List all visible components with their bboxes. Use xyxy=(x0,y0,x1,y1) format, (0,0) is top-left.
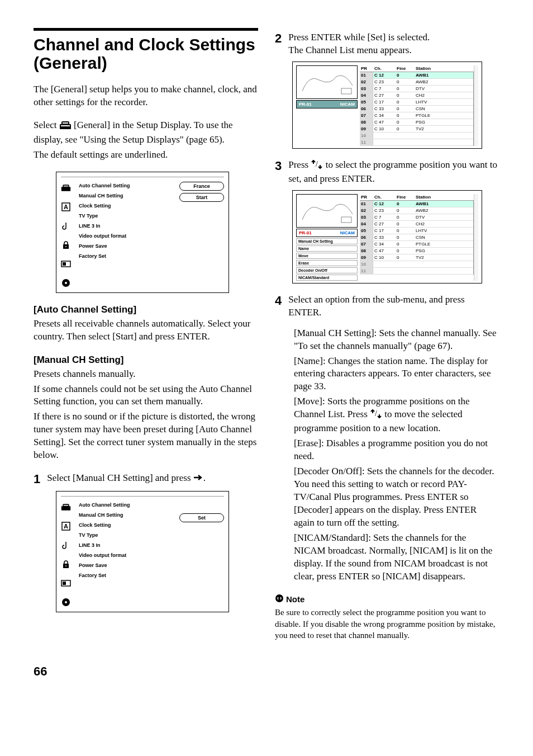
step-number: 3 xyxy=(275,160,282,172)
intro-paragraph-2: Select [General] in the Setup Display. T… xyxy=(34,119,258,147)
menu-item: Video output format xyxy=(79,550,179,560)
table-row: 06C 330CSN xyxy=(360,234,473,241)
submenu-item: NICAM/Standard xyxy=(296,275,358,281)
language-icon: A xyxy=(61,202,71,212)
step-3: Press / to select the programme position… xyxy=(288,159,499,186)
screen-icon xyxy=(61,578,71,588)
table-header: PR Ch. Fine Station xyxy=(360,194,474,201)
menu-item: TV Type xyxy=(79,211,179,221)
page-number: 66 xyxy=(34,664,499,679)
right-arrow-icon xyxy=(193,472,203,485)
menu-item: Video output format xyxy=(79,231,179,241)
lock-icon xyxy=(61,240,71,250)
toolbox-icon xyxy=(61,502,71,512)
table-row: 01C 120AWB1 xyxy=(360,201,473,207)
table-row: 03C 70DTV xyxy=(360,86,473,92)
menu-item: Auto Channel Setting xyxy=(79,181,179,191)
manual-p2: If some channels could not be set using … xyxy=(34,383,258,409)
menu-item: Manual CH Setting xyxy=(79,191,179,201)
menu-item: LINE 3 In xyxy=(79,540,179,550)
svg-point-12 xyxy=(65,282,67,284)
svg-text:/: / xyxy=(316,160,318,168)
menu-item: Manual CH Setting xyxy=(79,510,179,520)
menu-item: Clock Setting xyxy=(79,201,179,211)
step-4: Select an option from the sub-menu, and … xyxy=(288,294,499,319)
scrollbar xyxy=(474,194,478,281)
manual-p1: Presets channels manually. xyxy=(34,368,258,381)
svg-rect-3 xyxy=(61,187,70,191)
page-title: Channel and Clock Settings (General) xyxy=(34,35,258,72)
menu-item: Power Save xyxy=(79,241,179,251)
svg-point-18 xyxy=(65,565,66,566)
menu-item: Factory Set xyxy=(79,570,179,580)
menu-item: Factory Set xyxy=(79,251,179,261)
svg-rect-4 xyxy=(63,185,69,187)
note-icon xyxy=(61,221,71,231)
setup-menu-1: A Auto Channel Setting Manual CH Setting… xyxy=(56,172,229,293)
svg-point-27 xyxy=(275,594,283,602)
scrollbar xyxy=(474,65,478,146)
svg-rect-25 xyxy=(341,217,351,223)
option-move: [Move]: Sorts the programme positions on… xyxy=(294,395,499,435)
set-button: Set xyxy=(179,513,224,522)
channel-list-1: PR-01NICAM PR Ch. Fine Station 01C 120AW… xyxy=(292,62,482,149)
start-button: Start xyxy=(179,193,224,202)
table-row: 08C 470PSG xyxy=(360,119,473,126)
svg-rect-0 xyxy=(60,124,71,129)
table-row: 02C 230AWB2 xyxy=(360,207,473,214)
menu-item: Power Save xyxy=(79,560,179,570)
svg-rect-2 xyxy=(61,125,70,126)
disc-icon xyxy=(61,278,71,288)
submenu-item: Move xyxy=(296,253,358,259)
option-name: [Name]: Changes the station name. The di… xyxy=(294,355,499,394)
option-decoder: [Decoder On/Off]: Sets the channels for … xyxy=(294,465,499,530)
menu-item: Auto Channel Setting xyxy=(79,500,179,510)
subheading-manual: [Manual CH Setting] xyxy=(34,355,258,366)
note-heading: Note xyxy=(275,594,499,604)
toolbox-icon xyxy=(59,121,72,134)
preview-thumb xyxy=(296,65,358,99)
note-icon xyxy=(275,594,284,604)
table-row: 11 xyxy=(360,139,473,146)
step-2: Press ENTER while [Set] is selected. The… xyxy=(288,31,499,57)
note-icon xyxy=(61,540,71,550)
table-row: 10 xyxy=(360,261,473,268)
disc-icon xyxy=(61,597,71,607)
up-down-arrow-icon: / xyxy=(370,409,382,422)
table-row: 08C 470PSG xyxy=(360,248,473,254)
option-manual: [Manual CH Setting]: Sets the channel ma… xyxy=(294,327,499,353)
pr-label: PR-01NICAM xyxy=(296,229,358,237)
table-row: 09C 100TV2 xyxy=(360,254,473,261)
table-row: 07C 340PTGLE xyxy=(360,241,473,248)
language-icon: A xyxy=(61,521,71,531)
toolbox-icon xyxy=(61,183,71,193)
svg-rect-23 xyxy=(341,88,351,94)
preview-thumb xyxy=(296,194,358,228)
intro-paragraph: The [General] setup helps you to make ch… xyxy=(34,83,258,109)
submenu-item: Decoder On/Off xyxy=(296,267,358,273)
option-nicam: [NICAM/Standard]: Sets the channels for … xyxy=(294,532,499,583)
pr-label: PR-01NICAM xyxy=(296,100,358,108)
table-row: 07C 340PTGLE xyxy=(360,112,473,119)
screen-icon xyxy=(61,259,71,269)
table-row: 04C 270CH2 xyxy=(360,92,473,99)
note-body: Be sure to correctly select the programm… xyxy=(275,607,499,641)
svg-point-22 xyxy=(65,601,67,603)
svg-rect-10 xyxy=(63,262,66,266)
submenu-item: Erase xyxy=(296,260,358,266)
svg-rect-13 xyxy=(61,506,70,510)
table-row: 05C 170LHTV xyxy=(360,99,473,106)
menu-item: Clock Setting xyxy=(79,520,179,530)
svg-text:/: / xyxy=(375,409,377,418)
table-row: 03C 70DTV xyxy=(360,214,473,221)
table-row: 02C 230AWB2 xyxy=(360,79,473,86)
step-1: Select [Manual CH Setting] and press . xyxy=(47,472,258,485)
table-row: 05C 170LHTV xyxy=(360,228,473,234)
menu-item: LINE 3 In xyxy=(79,221,179,231)
step-number: 1 xyxy=(34,473,40,485)
table-row: 11 xyxy=(360,268,473,275)
table-row: 09C 100TV2 xyxy=(360,126,473,133)
setup-menu-2: A Auto Channel Setting Manual CH Setting… xyxy=(56,491,229,612)
svg-point-8 xyxy=(65,246,66,247)
table-header: PR Ch. Fine Station xyxy=(360,65,474,72)
